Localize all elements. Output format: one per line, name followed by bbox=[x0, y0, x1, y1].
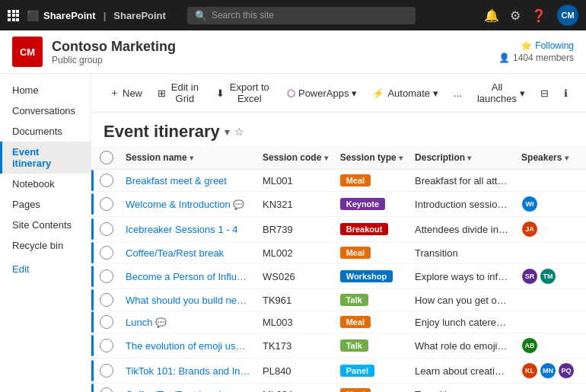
notification-icon[interactable]: 🔔 bbox=[484, 8, 499, 23]
type-badge: Meal bbox=[340, 316, 371, 328]
table-row[interactable]: Icebreaker Sessions 1 - 4BR739BreakoutAt… bbox=[91, 217, 586, 242]
all-launches-button[interactable]: All launches ▾ bbox=[471, 78, 531, 107]
cell-session-name: TikTok 101: Brands and Influe... bbox=[119, 359, 256, 384]
row-checkbox[interactable] bbox=[94, 311, 119, 333]
cell-session-code: ML004 bbox=[256, 384, 334, 393]
cell-description: How can you get over... bbox=[409, 289, 515, 311]
more-button[interactable]: ... bbox=[447, 84, 468, 102]
waffle-icon[interactable] bbox=[8, 10, 19, 21]
table-row[interactable]: Coffee/Tea/Rest breakML002MealTransition… bbox=[91, 242, 586, 264]
info-button[interactable]: ℹ bbox=[558, 84, 574, 102]
cell-session-type: Workshop bbox=[334, 264, 409, 289]
new-button[interactable]: ＋ New bbox=[104, 83, 148, 103]
cell-session-name: Icebreaker Sessions 1 - 4 bbox=[119, 217, 256, 242]
nav-edit[interactable]: Edit bbox=[0, 259, 91, 279]
cell-speakers bbox=[515, 384, 581, 393]
search-box[interactable]: 🔍 Search this site bbox=[187, 7, 416, 24]
checkbox-header[interactable] bbox=[94, 146, 119, 170]
row-checkbox[interactable] bbox=[94, 217, 119, 242]
main-layout: Home Conversations Documents Event itine… bbox=[0, 74, 586, 392]
powerapps-button[interactable]: ⬡ PowerApps ▾ bbox=[281, 84, 363, 102]
nav-conversations[interactable]: Conversations bbox=[0, 100, 91, 121]
type-badge: Talk bbox=[340, 339, 368, 352]
cell-start-time: 6/1/2020 09:30AM bbox=[581, 192, 586, 217]
main-content: ＋ New ⊞ Edit in Grid ⬇ Export to Excel ⬡… bbox=[91, 74, 586, 392]
speaker-avatar: JA bbox=[521, 221, 538, 237]
cell-session-type: Keynote bbox=[334, 192, 409, 217]
col-description[interactable]: Description ▾ bbox=[409, 146, 515, 170]
following-button[interactable]: ⭐ Following bbox=[521, 40, 574, 51]
members-count: 👤 1404 members bbox=[498, 53, 574, 63]
cell-description: Learn about creating ... bbox=[409, 359, 515, 384]
person-icon: 👤 bbox=[498, 53, 510, 63]
cell-session-name: Lunch 💬 bbox=[119, 311, 256, 333]
cell-start-time: 6/1/2020 12:30PM bbox=[581, 311, 586, 333]
cell-description: Transition bbox=[409, 384, 515, 393]
page-title-star[interactable]: ☆ bbox=[234, 126, 244, 138]
row-checkbox[interactable] bbox=[94, 289, 119, 311]
table-row[interactable]: The evolution of emoji usag...TK173TalkW… bbox=[91, 333, 586, 359]
site-header-right: ⭐ Following 👤 1404 members bbox=[498, 40, 574, 63]
row-checkbox[interactable] bbox=[94, 333, 119, 359]
app-name: SharePoint bbox=[113, 10, 166, 21]
row-checkbox[interactable] bbox=[94, 384, 119, 393]
type-badge: Meal bbox=[340, 174, 371, 186]
table-row[interactable]: Become a Person of InfluenceWS026Worksho… bbox=[91, 264, 586, 289]
cell-session-type: Panel bbox=[334, 359, 409, 384]
table-row[interactable]: TikTok 101: Brands and Influe...PL840Pan… bbox=[91, 359, 586, 384]
cell-session-name: Coffee/Tea/Rest break bbox=[119, 384, 256, 393]
col-speakers[interactable]: Speakers ▾ bbox=[515, 146, 581, 170]
nav-recycle-bin[interactable]: Recycle bin bbox=[0, 235, 91, 256]
edit-grid-button[interactable]: ⊞ Edit in Grid bbox=[151, 78, 207, 107]
col-start-time[interactable]: Start time ▾ bbox=[581, 146, 586, 170]
nav-documents[interactable]: Documents bbox=[0, 121, 91, 142]
page-title-chevron[interactable]: ▾ bbox=[225, 126, 230, 138]
cell-speakers bbox=[515, 242, 581, 264]
command-bar: ＋ New ⊞ Edit in Grid ⬇ Export to Excel ⬡… bbox=[91, 74, 586, 113]
export-button[interactable]: ⬇ Export to Excel bbox=[210, 78, 278, 107]
cell-session-name: The evolution of emoji usag... bbox=[119, 333, 256, 359]
left-nav: Home Conversations Documents Event itine… bbox=[0, 74, 91, 392]
nav-site-contents[interactable]: Site Contents bbox=[0, 215, 91, 235]
col-session-type[interactable]: Session type ▾ bbox=[334, 146, 409, 170]
cell-speakers: JA bbox=[515, 217, 581, 242]
settings-icon[interactable]: ⚙ bbox=[510, 8, 521, 23]
table-row[interactable]: What should you build next? 💬TK961TalkHo… bbox=[91, 289, 586, 311]
page-title: Event itinerary bbox=[104, 122, 220, 142]
right-commands: All launches ▾ ⊟ ℹ bbox=[471, 78, 574, 107]
cell-start-time: 6/1/2020 10:00AM bbox=[581, 217, 586, 242]
star-icon: ⭐ bbox=[521, 40, 532, 51]
site-subtitle: Public group bbox=[52, 55, 176, 65]
site-title: Contoso Marketing bbox=[52, 39, 176, 55]
cell-start-time: 6/1/2020 3:00PM bbox=[581, 384, 586, 393]
table-row[interactable]: Coffee/Tea/Rest breakML004MealTransition… bbox=[91, 384, 586, 393]
row-checkbox[interactable] bbox=[94, 242, 119, 264]
nav-home[interactable]: Home bbox=[0, 80, 91, 100]
cell-session-type: Meal bbox=[334, 170, 409, 192]
nav-pages[interactable]: Pages bbox=[0, 194, 91, 215]
table-row[interactable]: Welcome & Introduction 💬KN321KeynoteIntr… bbox=[91, 192, 586, 217]
speaker-avatar: MN bbox=[540, 362, 556, 379]
col-session-name[interactable]: Session name ▾ bbox=[119, 146, 256, 170]
filter-icon: ⊟ bbox=[540, 88, 549, 99]
type-badge: Meal bbox=[340, 388, 371, 392]
row-checkbox[interactable] bbox=[94, 170, 119, 192]
automate-button[interactable]: ⚡ Automate ▾ bbox=[366, 84, 444, 102]
cell-start-time: 6/1/2020 09:00AM bbox=[581, 170, 586, 192]
user-avatar[interactable]: CM bbox=[557, 5, 578, 26]
nav-notebook[interactable]: Notebook bbox=[0, 174, 91, 194]
col-session-code[interactable]: Session code ▾ bbox=[256, 146, 334, 170]
cell-description: Enjoy lunch catered b... bbox=[409, 311, 515, 333]
nav-event-itinerary[interactable]: Event itinerary bbox=[0, 142, 91, 174]
app-logo: ⬛ SharePoint | SharePoint bbox=[8, 10, 166, 21]
filter-button[interactable]: ⊟ bbox=[534, 84, 555, 102]
table-row[interactable]: Lunch 💬ML003MealEnjoy lunch catered b...… bbox=[91, 311, 586, 333]
row-checkbox[interactable] bbox=[94, 359, 119, 384]
help-icon[interactable]: ❓ bbox=[531, 8, 546, 23]
table-row[interactable]: Breakfast meet & greetML001MealBreakfast… bbox=[91, 170, 586, 192]
cell-start-time: 6/1/2020 10:30AM bbox=[581, 242, 586, 264]
cell-session-name: Coffee/Tea/Rest break bbox=[119, 242, 256, 264]
automate-icon: ⚡ bbox=[372, 88, 384, 99]
row-checkbox[interactable] bbox=[94, 192, 119, 217]
row-checkbox[interactable] bbox=[94, 264, 119, 289]
